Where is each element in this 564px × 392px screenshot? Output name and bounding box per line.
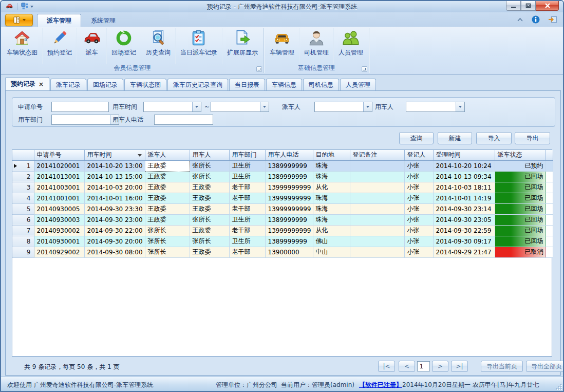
table-cell[interactable]: 张所长 [190, 160, 229, 171]
row-number[interactable]: 5 [12, 203, 34, 214]
table-cell[interactable] [350, 160, 404, 171]
table-cell[interactable]: 张所长 [190, 171, 229, 182]
user-phone-input[interactable] [154, 115, 213, 125]
ribbon-tab-1[interactable]: 系统管理 [81, 14, 125, 27]
doc-tab-3[interactable]: 车辆状态图 [124, 79, 166, 90]
column-header-8[interactable]: 登记人 [404, 150, 433, 160]
table-cell[interactable]: 小张 [404, 236, 433, 247]
dialog-launcher-icon[interactable] [362, 66, 367, 72]
table-cell[interactable]: 小张 [404, 182, 433, 193]
table-cell[interactable]: 小张 [404, 203, 433, 214]
page-number-input[interactable] [417, 361, 430, 371]
application-menu-button[interactable] [5, 14, 33, 26]
table-cell[interactable]: 2014-10-20 10:24 [433, 160, 495, 171]
table-cell[interactable]: 张所长 [145, 236, 190, 247]
table-cell[interactable]: 小张 [404, 160, 433, 171]
table-cell[interactable]: 20141013001 [34, 171, 84, 182]
table-cell[interactable] [350, 203, 404, 214]
table-cell[interactable]: 卫生所 [229, 236, 265, 247]
table-cell[interactable]: 老干部 [229, 182, 265, 193]
table-cell[interactable]: 张所长 [190, 214, 229, 225]
table-cell[interactable]: 老干部 [229, 193, 265, 203]
table-cell[interactable]: 佛山 [313, 236, 350, 247]
table-cell[interactable]: 20140930002 [34, 225, 84, 236]
table-cell[interactable]: 王政委 [145, 171, 190, 182]
row-number[interactable]: 9 [12, 247, 34, 257]
table-cell[interactable]: 王政委 [145, 182, 190, 193]
close-button[interactable] [536, 1, 559, 11]
ribbon-button-red-car[interactable]: 派车 [77, 28, 106, 64]
table-cell[interactable]: 珠海 [313, 193, 350, 203]
column-header-7[interactable]: 登记备注 [350, 150, 404, 160]
table-cell[interactable]: 1389999999 [265, 171, 313, 182]
maximize-button[interactable] [521, 1, 536, 11]
table-cell[interactable]: 已回场 [495, 203, 546, 214]
focused-cell[interactable]: 王政委 [145, 160, 190, 171]
table-cell[interactable]: 珠海 [313, 160, 350, 171]
table-cell[interactable]: 已预约 [495, 160, 546, 171]
table-cell[interactable] [350, 247, 404, 257]
table-cell[interactable] [350, 236, 404, 247]
row-number[interactable]: 8 [12, 236, 34, 247]
table-cell[interactable]: 已回场 [495, 225, 546, 236]
column-header-2[interactable]: 派车人 [145, 150, 190, 160]
table-cell[interactable]: 王政委 [145, 193, 190, 203]
ribbon-tab-0[interactable]: 派车管理 [37, 14, 81, 27]
table-cell[interactable]: 小张 [404, 247, 433, 257]
doc-tab-4[interactable]: 派车历史记录查询 [167, 79, 228, 90]
column-header-9[interactable]: 受理时间 [433, 150, 495, 160]
export-button[interactable]: 导出 [515, 132, 550, 144]
doc-tab-0[interactable]: 预约记录× [5, 77, 49, 90]
table-cell[interactable]: 已回场 [495, 214, 546, 225]
ribbon-button-driver[interactable]: 司机管理 [299, 28, 333, 64]
table-cell[interactable]: 小张 [404, 214, 433, 225]
column-header-5[interactable]: 用车人电话 [265, 150, 313, 160]
table-cell[interactable] [350, 182, 404, 193]
table-cell[interactable]: 已回场 [495, 193, 546, 203]
table-cell[interactable]: 2014-09-30 23:05 [433, 214, 495, 225]
table-cell[interactable] [350, 171, 404, 182]
table-cell[interactable]: 2014-10-03 20:00 [84, 182, 145, 193]
column-header-1[interactable]: 用车时间 [84, 150, 145, 160]
table-cell[interactable]: 20140930005 [34, 203, 84, 214]
ribbon-button-pencil[interactable]: 预约登记 [42, 28, 77, 64]
doc-tab-1[interactable]: 派车记录 [50, 79, 86, 90]
table-cell[interactable]: 2014-09-30 23:00 [84, 214, 145, 225]
table-cell[interactable] [350, 225, 404, 236]
table-cell[interactable]: 20141020001 [34, 160, 84, 171]
ribbon-button-history-search[interactable]: 历史查询 [141, 28, 175, 64]
table-cell[interactable]: 2014-10-03 18:11 [433, 182, 495, 193]
ribbon-button-people[interactable]: 人员管理 [333, 28, 368, 64]
table-cell[interactable]: 13999999999 [265, 225, 313, 236]
table-cell[interactable]: 从化 [313, 182, 350, 193]
table-cell[interactable]: 卫生所 [229, 171, 265, 182]
table-cell[interactable]: 2014-09-30 08:00 [84, 247, 145, 257]
export-all-pages-button[interactable]: 导出全部页 [526, 361, 564, 372]
table-cell[interactable]: 从化 [313, 225, 350, 236]
table-cell[interactable] [350, 193, 404, 203]
column-header-6[interactable]: 目的地 [313, 150, 350, 160]
table-cell[interactable]: 1389999999 [265, 236, 313, 247]
table-cell[interactable]: 中山 [313, 247, 350, 257]
minimize-button[interactable] [506, 1, 521, 11]
table-cell[interactable]: 2014-10-13 09:34 [433, 171, 495, 182]
export-current-page-button[interactable]: 导出当前页 [481, 361, 523, 372]
row-number[interactable]: 4 [12, 193, 34, 203]
use-time-to-combo[interactable] [211, 102, 269, 112]
ribbon-button-today-record[interactable]: 当日派车记录 [175, 28, 222, 64]
table-cell[interactable]: 张所长 [145, 225, 190, 236]
ribbon-button-recycle[interactable]: 回场登记 [106, 28, 141, 64]
table-cell[interactable]: 王政委 [190, 247, 229, 257]
table-cell[interactable]: 1389999999 [265, 160, 313, 171]
tab-close-icon[interactable]: × [39, 82, 44, 87]
info-icon[interactable] [532, 15, 540, 24]
table-cell[interactable]: 已回场 [495, 236, 546, 247]
table-cell[interactable]: 20141003001 [34, 182, 84, 193]
ribbon-button-vehicle-manage[interactable]: 车辆管理 [265, 28, 299, 64]
table-cell[interactable]: 王政委 [145, 203, 190, 214]
table-cell[interactable]: 20140930003 [34, 214, 84, 225]
doc-tab-6[interactable]: 车辆信息 [266, 79, 302, 90]
query-button[interactable]: 查询 [399, 132, 434, 144]
ribbon-button-extend-screen[interactable]: 扩展屏显示 [222, 28, 262, 64]
table-cell[interactable]: 1389999999 [265, 214, 313, 225]
